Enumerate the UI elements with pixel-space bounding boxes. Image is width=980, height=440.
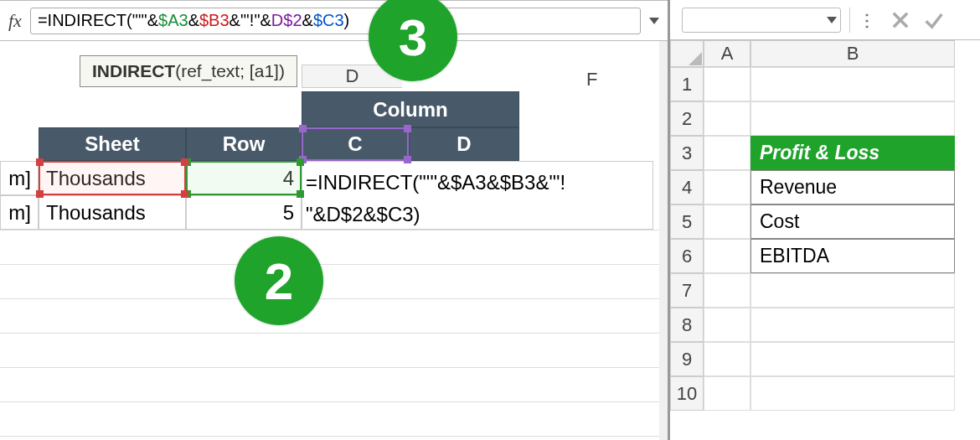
cell[interactable] bbox=[704, 170, 750, 204]
header-cell-row[interactable]: Row bbox=[186, 127, 302, 161]
formula-ref-b3: $B3 bbox=[199, 11, 230, 30]
row-header[interactable]: 8 bbox=[670, 308, 704, 342]
cell[interactable] bbox=[704, 136, 750, 170]
row-header[interactable]: 4 bbox=[670, 170, 704, 204]
row-header[interactable]: 6 bbox=[670, 239, 704, 273]
function-tooltip-name: INDIRECT bbox=[92, 61, 175, 80]
cell-b5[interactable]: Cost bbox=[750, 204, 955, 239]
row-header[interactable]: 1 bbox=[670, 67, 704, 101]
cell[interactable] bbox=[704, 204, 750, 239]
chevron-down-icon bbox=[827, 17, 837, 23]
row-header[interactable]: 5 bbox=[670, 204, 704, 239]
header-cell-d[interactable]: D bbox=[409, 127, 519, 161]
function-tooltip: INDIRECT(ref_text; [a1]) bbox=[80, 55, 297, 87]
cell[interactable] bbox=[704, 308, 750, 342]
column-header-f[interactable]: F bbox=[586, 69, 597, 91]
cell-b3-heading[interactable]: Profit & Loss bbox=[750, 136, 955, 170]
annotation-badge-2: 2 bbox=[235, 236, 323, 325]
formula-ref-a3: $A3 bbox=[158, 11, 188, 30]
cell[interactable] bbox=[704, 101, 750, 136]
cell[interactable] bbox=[704, 239, 750, 273]
cell[interactable] bbox=[704, 67, 750, 101]
formula-input[interactable]: =INDIRECT("'"& $A3 & $B3 &"'!"& D$2 & $C… bbox=[30, 8, 641, 34]
cell[interactable] bbox=[704, 273, 750, 308]
row-header[interactable]: 3 bbox=[670, 136, 704, 170]
formula-ref-d2: D$2 bbox=[271, 11, 302, 30]
cell[interactable] bbox=[750, 273, 955, 308]
spreadsheet-grid-left[interactable]: D F Column Sheet Row C D m] m] Thousan bbox=[0, 41, 668, 440]
formula-token: &"'!"& bbox=[230, 11, 271, 30]
formula-token: & bbox=[302, 11, 313, 30]
formula-expand-button[interactable] bbox=[646, 13, 663, 29]
name-box[interactable] bbox=[682, 8, 841, 33]
cell[interactable] bbox=[750, 101, 955, 136]
cancel-icon[interactable] bbox=[884, 3, 917, 37]
column-header-b[interactable]: B bbox=[750, 40, 955, 67]
vertical-scrollbar[interactable] bbox=[659, 41, 668, 440]
header-cell-c[interactable]: C bbox=[302, 127, 409, 161]
row-header[interactable]: 9 bbox=[670, 342, 704, 376]
cell[interactable] bbox=[750, 342, 955, 376]
formula-bar: fx =INDIRECT("'"& $A3 & $B3 &"'!"& D$2 &… bbox=[0, 1, 668, 41]
more-icon[interactable]: ⋮ bbox=[859, 10, 875, 30]
header-cell-column[interactable]: Column bbox=[302, 91, 519, 127]
enter-icon[interactable] bbox=[917, 3, 951, 37]
cell-b6[interactable]: EBITDA bbox=[750, 239, 955, 273]
fx-icon[interactable]: fx bbox=[8, 10, 22, 32]
select-all-corner[interactable] bbox=[670, 40, 704, 67]
active-cell-formula[interactable]: =INDIRECT("'"&$A3&$B3&"'! "&D$2&$C3) bbox=[302, 161, 653, 230]
cell-b4[interactable]: Revenue bbox=[750, 170, 955, 204]
formula-token: =INDIRECT("'"& bbox=[38, 11, 158, 30]
header-cell-sheet[interactable]: Sheet bbox=[39, 127, 186, 161]
cell[interactable] bbox=[750, 308, 955, 342]
row-header[interactable]: 2 bbox=[670, 101, 704, 136]
column-header-a[interactable]: A bbox=[704, 40, 750, 67]
formula-overflow-line1: =INDIRECT("'"&$A3&$B3&"'! bbox=[306, 167, 649, 199]
cell-row-1[interactable]: 4 bbox=[186, 161, 302, 195]
formula-overflow-line2: "&D$2&$C3) bbox=[306, 199, 649, 230]
formula-token: & bbox=[188, 11, 199, 30]
function-tooltip-args: (ref_text; [a1]) bbox=[175, 61, 285, 80]
cell[interactable] bbox=[750, 67, 955, 101]
cell[interactable] bbox=[704, 376, 750, 411]
spreadsheet-grid-right[interactable]: A B 1 2 3 4 5 6 7 8 9 10 bbox=[670, 40, 980, 440]
formula-ref-c3: $C3 bbox=[313, 11, 344, 30]
row-header[interactable]: 7 bbox=[670, 273, 704, 308]
cell[interactable] bbox=[750, 376, 955, 411]
row-header[interactable]: 10 bbox=[670, 376, 704, 411]
cell[interactable]: m] bbox=[0, 195, 39, 230]
separator bbox=[849, 8, 850, 33]
cell-row-2[interactable]: 5 bbox=[186, 195, 302, 230]
right-toolbar: ⋮ bbox=[670, 0, 980, 40]
cell-sheet-2[interactable]: Thousands bbox=[39, 195, 186, 230]
chevron-down-icon bbox=[649, 18, 659, 24]
cell[interactable]: m] bbox=[0, 161, 39, 195]
cell[interactable] bbox=[704, 342, 750, 376]
cell-sheet-1[interactable]: Thousands bbox=[39, 161, 186, 195]
formula-token: ) bbox=[344, 11, 350, 30]
